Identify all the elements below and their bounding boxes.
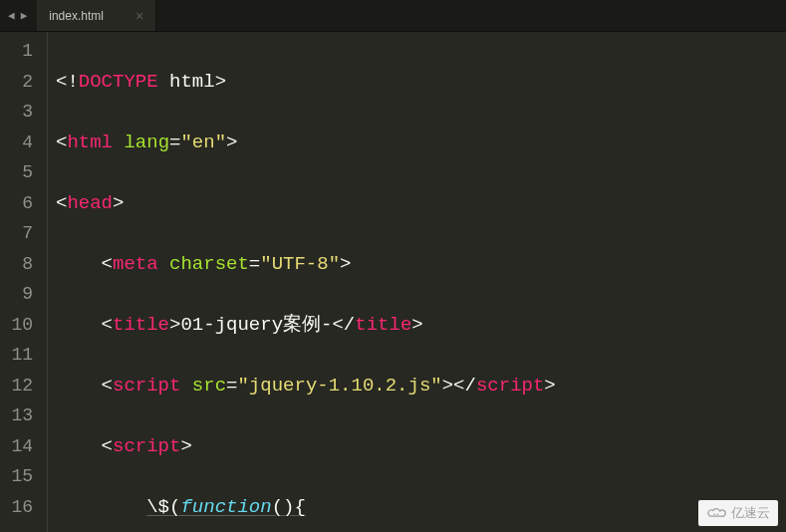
line-number: 5 <box>10 157 33 188</box>
line-number: 7 <box>10 218 33 249</box>
line-number: 11 <box>10 340 33 371</box>
line-number: 10 <box>10 310 33 341</box>
code-area[interactable]: <!DOCTYPE html> <html lang="en"> <head> … <box>48 32 786 532</box>
line-number: 16 <box>10 492 33 523</box>
line-gutter: 1 2 3 4 5 6 7 8 9 10 11 12 13 14 15 16 <box>0 32 48 532</box>
nav-arrows: ◀ ▶ <box>0 0 35 31</box>
code-line: <title>01-jquery案例-</title> <box>56 310 786 341</box>
line-number: 12 <box>10 371 33 401</box>
line-number: 8 <box>10 249 33 280</box>
code-line: \$(function(){ <box>56 492 786 523</box>
line-number: 1 <box>10 36 33 67</box>
close-icon[interactable]: × <box>135 8 143 24</box>
line-number: 14 <box>10 431 33 462</box>
line-number: 4 <box>10 128 33 158</box>
code-line: <html lang="en"> <box>56 128 786 158</box>
editor: 1 2 3 4 5 6 7 8 9 10 11 12 13 14 15 16 <… <box>0 32 786 532</box>
line-number: 6 <box>10 188 33 219</box>
line-number: 2 <box>10 67 33 98</box>
line-number: 9 <box>10 279 33 310</box>
watermark-text: 亿速云 <box>731 504 770 522</box>
code-line: <script> <box>56 431 786 462</box>
code-line: <meta charset="UTF-8"> <box>56 249 786 280</box>
svg-point-1 <box>716 513 718 515</box>
line-number: 13 <box>10 400 33 431</box>
code-line: <script src="jquery-1.10.2.js"></script> <box>56 371 786 401</box>
nav-forward-icon[interactable]: ▶ <box>19 9 30 22</box>
tab-bar: ◀ ▶ index.html × <box>0 0 786 32</box>
tab-title: index.html <box>49 9 104 23</box>
cloud-icon <box>706 506 726 520</box>
svg-point-0 <box>713 513 715 515</box>
nav-back-icon[interactable]: ◀ <box>6 9 17 22</box>
line-number: 3 <box>10 97 33 128</box>
code-line: <!DOCTYPE html> <box>56 67 786 98</box>
line-number: 15 <box>10 461 33 492</box>
code-line: <head> <box>56 188 786 219</box>
watermark: 亿速云 <box>698 500 778 526</box>
file-tab[interactable]: index.html × <box>37 0 156 31</box>
